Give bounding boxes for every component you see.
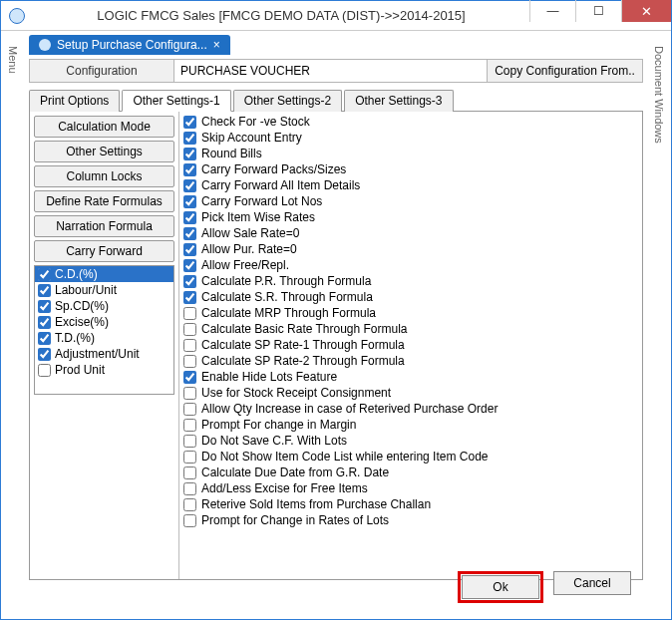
settings-checkbox[interactable] bbox=[183, 132, 196, 145]
settings-checkbox[interactable] bbox=[183, 355, 196, 368]
carry-forward-checkbox[interactable] bbox=[38, 364, 51, 377]
settings-check-row[interactable]: Allow Sale Rate=0 bbox=[183, 225, 638, 241]
settings-check-row[interactable]: Carry Forward Lot Nos bbox=[183, 193, 638, 209]
settings-checkbox[interactable] bbox=[183, 514, 196, 527]
carry-forward-checkbox[interactable] bbox=[38, 332, 51, 345]
carry-forward-item[interactable]: Prod Unit bbox=[35, 362, 173, 378]
panel-button[interactable]: Define Rate Formulas bbox=[34, 190, 174, 212]
settings-checkbox[interactable] bbox=[183, 163, 196, 176]
carry-forward-label: T.D.(%) bbox=[55, 331, 95, 345]
settings-checkbox[interactable] bbox=[183, 466, 196, 479]
settings-check-row[interactable]: Calculate MRP Through Formula bbox=[183, 305, 638, 321]
carry-forward-checkbox[interactable] bbox=[38, 284, 51, 297]
carry-forward-checkbox[interactable] bbox=[38, 300, 51, 313]
settings-checkbox[interactable] bbox=[183, 259, 196, 272]
tab-close-icon[interactable]: × bbox=[213, 38, 220, 52]
panel-button[interactable]: Carry Forward bbox=[34, 240, 174, 262]
carry-forward-checkbox[interactable] bbox=[38, 268, 51, 281]
settings-checkbox[interactable] bbox=[183, 387, 196, 400]
settings-check-row[interactable]: Calculate SP Rate-1 Through Formula bbox=[183, 337, 638, 353]
carry-forward-item[interactable]: Adjustment/Unit bbox=[35, 346, 173, 362]
settings-checkbox[interactable] bbox=[183, 195, 196, 208]
settings-check-label: Allow Qty Increase in case of Reterived … bbox=[201, 402, 498, 416]
settings-tab[interactable]: Other Settings-3 bbox=[344, 90, 453, 112]
ok-button[interactable]: Ok bbox=[462, 575, 539, 599]
document-tab-active[interactable]: Setup Purchase Configura... × bbox=[29, 35, 230, 55]
settings-checkbox[interactable] bbox=[183, 323, 196, 336]
settings-check-row[interactable]: Allow Qty Increase in case of Reterived … bbox=[183, 401, 638, 417]
settings-checkbox[interactable] bbox=[183, 148, 196, 160]
settings-tab[interactable]: Print Options bbox=[29, 90, 120, 112]
settings-check-row[interactable]: Skip Account Entry bbox=[183, 130, 638, 146]
documents-sidebar-label[interactable]: Document Windows bbox=[653, 46, 665, 144]
carry-forward-item[interactable]: Labour/Unit bbox=[35, 282, 173, 298]
settings-checkbox[interactable] bbox=[183, 451, 196, 464]
settings-check-row[interactable]: Do Not Save C.F. With Lots bbox=[183, 433, 638, 449]
document-tab-label: Setup Purchase Configura... bbox=[57, 38, 207, 52]
panel-button[interactable]: Narration Formula bbox=[34, 215, 174, 237]
carry-forward-label: Excise(%) bbox=[55, 315, 109, 329]
carry-forward-item[interactable]: C.D.(%) bbox=[35, 266, 173, 282]
settings-check-row[interactable]: Allow Pur. Rate=0 bbox=[183, 241, 638, 257]
settings-checkbox[interactable] bbox=[183, 227, 196, 240]
settings-checkbox[interactable] bbox=[183, 371, 196, 384]
panel-button[interactable]: Column Locks bbox=[34, 165, 174, 187]
settings-checkbox[interactable] bbox=[183, 179, 196, 192]
settings-checkbox[interactable] bbox=[183, 339, 196, 352]
carry-forward-item[interactable]: Excise(%) bbox=[35, 314, 173, 330]
maximize-button[interactable] bbox=[575, 0, 621, 22]
settings-check-row[interactable]: Carry Forward All Item Details bbox=[183, 177, 638, 193]
settings-checkbox[interactable] bbox=[183, 243, 196, 256]
carry-forward-checkbox[interactable] bbox=[38, 316, 51, 329]
close-button[interactable] bbox=[621, 0, 671, 22]
carry-forward-item[interactable]: T.D.(%) bbox=[35, 330, 173, 346]
settings-checkbox[interactable] bbox=[183, 498, 196, 511]
dialog-footer: Ok Cancel bbox=[458, 571, 631, 603]
settings-check-row[interactable]: Prompt for Change in Rates of Lots bbox=[183, 512, 638, 528]
carry-forward-checkbox[interactable] bbox=[38, 348, 51, 361]
menu-sidebar-label[interactable]: Menu bbox=[7, 46, 19, 74]
settings-check-row[interactable]: Calculate Due Date from G.R. Date bbox=[183, 465, 638, 480]
carry-forward-list[interactable]: C.D.(%)Labour/UnitSp.CD(%)Excise(%)T.D.(… bbox=[34, 265, 174, 395]
settings-checkbox[interactable] bbox=[183, 116, 196, 129]
panel-button[interactable]: Other Settings bbox=[34, 141, 174, 162]
settings-check-label: Carry Forward Packs/Sizes bbox=[201, 162, 346, 176]
config-value[interactable]: PURCHASE VOUCHER bbox=[174, 60, 488, 82]
settings-check-row[interactable]: Allow Free/Repl. bbox=[183, 257, 638, 273]
settings-check-row[interactable]: Do Not Show Item Code List while enterin… bbox=[183, 449, 638, 465]
settings-check-label: Calculate SP Rate-2 Through Formula bbox=[201, 354, 405, 368]
settings-check-row[interactable]: Carry Forward Packs/Sizes bbox=[183, 161, 638, 177]
settings-check-row[interactable]: Calculate P.R. Through Formula bbox=[183, 273, 638, 289]
settings-check-label: Add/Less Excise for Free Items bbox=[201, 481, 368, 495]
settings-check-row[interactable]: Add/Less Excise for Free Items bbox=[183, 480, 638, 496]
settings-check-row[interactable]: Pick Item Wise Rates bbox=[183, 209, 638, 225]
settings-checkbox[interactable] bbox=[183, 435, 196, 448]
settings-check-row[interactable]: Calculate SP Rate-2 Through Formula bbox=[183, 353, 638, 369]
carry-forward-label: Prod Unit bbox=[55, 363, 105, 377]
settings-check-row[interactable]: Enable Hide Lots Feature bbox=[183, 369, 638, 385]
panel-button[interactable]: Calculation Mode bbox=[34, 116, 174, 138]
settings-check-row[interactable]: Reterive Sold Items from Purchase Challa… bbox=[183, 496, 638, 512]
settings-check-label: Skip Account Entry bbox=[201, 131, 302, 145]
settings-tab[interactable]: Other Settings-1 bbox=[122, 90, 230, 112]
settings-check-row[interactable]: Calculate S.R. Through Formula bbox=[183, 289, 638, 305]
cancel-button[interactable]: Cancel bbox=[553, 571, 631, 595]
settings-checkbox[interactable] bbox=[183, 419, 196, 432]
settings-checkbox[interactable] bbox=[183, 307, 196, 320]
settings-checkbox[interactable] bbox=[183, 275, 196, 288]
settings-check-row[interactable]: Use for Stock Receipt Consignment bbox=[183, 385, 638, 401]
copy-config-button[interactable]: Copy Configuration From.. bbox=[488, 60, 642, 82]
settings-checkbox[interactable] bbox=[183, 403, 196, 416]
settings-checkbox[interactable] bbox=[183, 291, 196, 304]
minimize-button[interactable] bbox=[529, 0, 575, 22]
settings-checkbox[interactable] bbox=[183, 211, 196, 224]
carry-forward-item[interactable]: Sp.CD(%) bbox=[35, 298, 173, 314]
settings-check-row[interactable]: Check For -ve Stock bbox=[183, 114, 638, 130]
settings-check-list[interactable]: Check For -ve StockSkip Account EntryRou… bbox=[179, 112, 642, 579]
settings-tab[interactable]: Other Settings-2 bbox=[233, 90, 342, 112]
settings-check-row[interactable]: Prompt For change in Margin bbox=[183, 417, 638, 433]
settings-check-row[interactable]: Round Bills bbox=[183, 146, 638, 161]
settings-checkbox[interactable] bbox=[183, 482, 196, 495]
settings-check-row[interactable]: Calculate Basic Rate Through Formula bbox=[183, 321, 638, 337]
body-area: Setup Purchase Configura... × Configurat… bbox=[29, 33, 643, 615]
